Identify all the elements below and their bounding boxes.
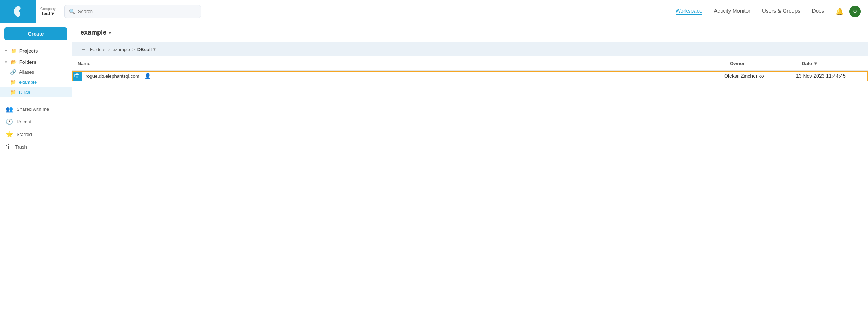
company-selector[interactable]: Company test ▾	[40, 7, 56, 16]
sidebar-label-projects: Projects	[19, 48, 38, 54]
chevron-down-icon: ▼	[4, 60, 8, 64]
link-icon: 🔗	[10, 69, 16, 75]
sidebar-group-folders[interactable]: ▼ 📂 Folders	[0, 57, 72, 67]
company-label: Company	[40, 7, 56, 11]
top-navigation: Company test ▾ 🔍 Workspace Activity Moni…	[0, 0, 868, 23]
back-button[interactable]: ←	[81, 46, 86, 53]
table-body: rogue.db.elephantsql.com 👤 Oleksii Zinch…	[72, 71, 868, 81]
sidebar-item-example[interactable]: 📁 example	[0, 77, 72, 87]
sidebar: Create ▼ 📁 Projects ▼ 📂 Folders 🔗 Aliase…	[0, 23, 72, 323]
notifications-button[interactable]: 🔔	[836, 8, 844, 15]
sidebar-label-shared-with-me: Shared with me	[17, 106, 49, 112]
file-table: Name Owner Date ▼	[72, 56, 868, 81]
app-body: Create ▼ 📁 Projects ▼ 📂 Folders 🔗 Aliase…	[0, 23, 868, 323]
share-icon[interactable]: 👤	[145, 73, 151, 79]
breadcrumb-example[interactable]: example	[113, 47, 130, 52]
chevron-down-icon: ▼	[4, 49, 8, 53]
table-row[interactable]: rogue.db.elephantsql.com 👤 Oleksii Zinch…	[72, 71, 868, 81]
folder-icon: 📁	[10, 89, 16, 95]
breadcrumb-current: DBcall ▾	[137, 47, 155, 52]
search-icon: 🔍	[69, 9, 75, 14]
sidebar-item-label-example: example	[19, 79, 37, 85]
shared-icon: 👥	[6, 106, 13, 113]
chevron-down-icon[interactable]: ▾	[153, 47, 155, 52]
chevron-down-icon: ▾	[51, 11, 54, 16]
nav-link-users-groups[interactable]: Users & Groups	[762, 8, 800, 15]
nav-actions: 🔔 O	[836, 6, 861, 17]
trash-icon: 🗑	[6, 144, 12, 150]
breadcrumb-sep-1: >	[108, 47, 110, 52]
star-icon: ⭐	[6, 131, 13, 138]
file-table-area: Name Owner Date ▼	[72, 56, 868, 323]
sidebar-section-folders: ▼ 📂 Folders 🔗 Aliases 📁 example 📁 DBcall	[0, 57, 72, 97]
file-owner-cell: Oleksii Zinchenko	[724, 71, 796, 81]
breadcrumb-folders[interactable]: Folders	[90, 47, 105, 52]
col-header-date[interactable]: Date ▼	[796, 56, 868, 71]
sidebar-item-aliases[interactable]: 🔗 Aliases	[0, 67, 72, 77]
sidebar-section-projects: ▼ 📁 Projects	[0, 46, 72, 56]
sidebar-item-dbcall[interactable]: 📁 DBcall	[0, 87, 72, 97]
nav-links: Workspace Activity Monitor Users & Group…	[676, 8, 824, 15]
main-content: example ▾ ← Folders > example > DBcall ▾…	[72, 23, 868, 323]
app-logo-icon	[12, 5, 24, 18]
database-icon	[74, 73, 80, 79]
company-name: test ▾	[42, 11, 54, 16]
sidebar-item-starred[interactable]: ⭐ Starred	[0, 128, 72, 141]
folder-icon: 📁	[10, 79, 16, 85]
breadcrumb-sep-2: >	[132, 47, 135, 52]
chevron-down-icon[interactable]: ▾	[109, 30, 111, 36]
sidebar-item-trash[interactable]: 🗑 Trash	[0, 141, 72, 153]
create-button[interactable]: Create	[4, 27, 67, 40]
sidebar-label-folders: Folders	[19, 59, 36, 65]
nav-link-activity-monitor[interactable]: Activity Monitor	[714, 8, 750, 15]
col-header-owner[interactable]: Owner	[724, 56, 796, 71]
sidebar-item-shared-with-me[interactable]: 👥 Shared with me	[0, 103, 72, 115]
breadcrumb: ← Folders > example > DBcall ▾	[72, 42, 868, 56]
sidebar-icon-projects: 📁	[11, 48, 17, 54]
sidebar-item-label-aliases: Aliases	[19, 69, 34, 75]
page-title: example ▾	[81, 29, 111, 36]
search-box[interactable]: 🔍	[64, 5, 201, 18]
sidebar-item-label-dbcall: DBcall	[19, 90, 33, 95]
recent-icon: 🕐	[6, 118, 13, 125]
file-name-text: rogue.db.elephantsql.com	[86, 73, 140, 79]
sidebar-label-trash: Trash	[15, 144, 27, 150]
sidebar-icon-folders: 📂	[11, 59, 17, 65]
logo-area	[0, 0, 36, 23]
db-file-icon	[72, 71, 82, 81]
nav-link-docs[interactable]: Docs	[812, 8, 824, 15]
sidebar-label-recent: Recent	[17, 119, 31, 124]
search-input[interactable]	[78, 9, 196, 14]
main-header: example ▾	[72, 23, 868, 42]
sidebar-label-starred: Starred	[17, 132, 32, 137]
sidebar-group-projects[interactable]: ▼ 📁 Projects	[0, 46, 72, 56]
file-date-cell: 13 Nov 2023 11:44:45	[796, 71, 868, 81]
sidebar-item-recent[interactable]: 🕐 Recent	[0, 115, 72, 128]
table-header: Name Owner Date ▼	[72, 56, 868, 71]
nav-link-workspace[interactable]: Workspace	[676, 8, 703, 15]
file-name-cell[interactable]: rogue.db.elephantsql.com 👤	[72, 71, 724, 81]
user-avatar[interactable]: O	[849, 6, 861, 17]
col-header-name[interactable]: Name	[72, 56, 724, 71]
sidebar-bottom: 👥 Shared with me 🕐 Recent ⭐ Starred 🗑 Tr…	[0, 103, 72, 153]
svg-point-0	[75, 73, 79, 75]
